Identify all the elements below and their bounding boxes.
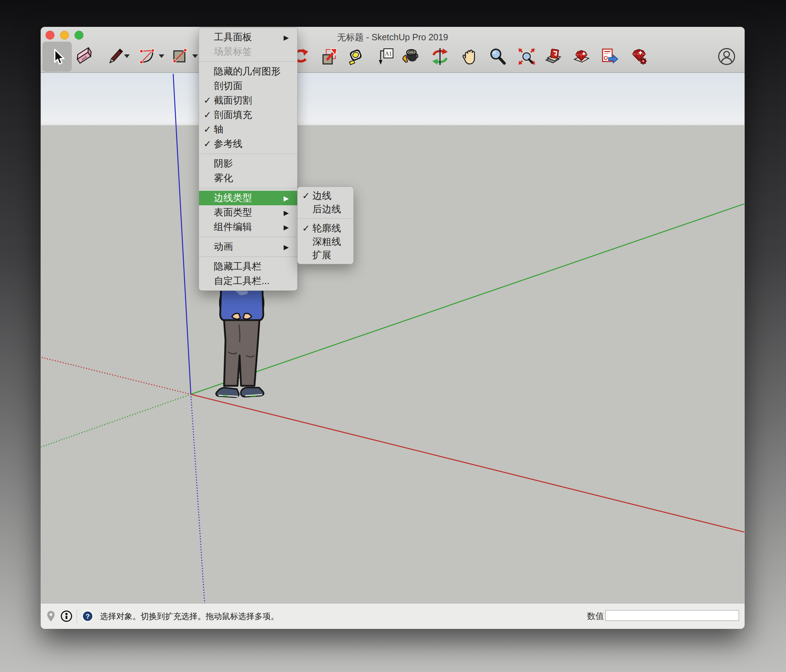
red-axis — [191, 394, 744, 532]
checkmark-icon: ✓ — [202, 108, 213, 122]
view-menu: 工具面板 ▶ 场景标签 隐藏的几何图形 剖切面 ✓ 截面切割 ✓ 剖面填充 ✓ … — [199, 28, 297, 291]
rectangle-tool-dropdown[interactable] — [192, 54, 198, 58]
checkmark-icon: ✓ — [202, 122, 213, 137]
menu-item-label: 边线 — [313, 189, 332, 203]
model-info-icon[interactable] — [60, 610, 72, 622]
push-pull-tool[interactable] — [319, 47, 338, 66]
extension-manager-tool[interactable] — [630, 47, 648, 66]
submenu-item-profiles[interactable]: ✓ 轮廓线 — [297, 221, 354, 235]
send-to-layout-icon — [600, 47, 618, 66]
menu-item-component-edit[interactable]: 组件编辑 ▶ — [199, 220, 297, 234]
pan-tool[interactable] — [460, 47, 478, 66]
paint-bucket-tool[interactable] — [401, 47, 419, 66]
menu-item-label: 场景标签 — [214, 44, 252, 59]
menu-item-section-fill[interactable]: ✓ 剖面填充 — [199, 108, 297, 122]
arc-tool[interactable] — [138, 47, 157, 66]
tape-measure-icon — [346, 47, 365, 66]
model-viewport[interactable] — [41, 73, 744, 603]
menu-separator — [199, 234, 297, 240]
components-box-icon — [572, 47, 591, 66]
menu-item-label: 扩展 — [313, 248, 332, 262]
checkmark-icon: ✓ — [301, 221, 311, 235]
help-icon[interactable]: ? — [81, 610, 94, 623]
extension-manager-icon — [630, 47, 648, 66]
edge-style-submenu: ✓ 边线 后边线 ✓ 轮廓线 深粗线 扩展 — [297, 187, 354, 264]
menu-item-face-style[interactable]: 表面类型 ▶ — [199, 205, 297, 220]
tape-measure-tool[interactable] — [346, 47, 365, 66]
eraser-icon: pink — [75, 47, 93, 66]
submenu-item-depth-cue[interactable]: 深粗线 — [297, 235, 354, 248]
zoom-tool[interactable] — [489, 47, 507, 66]
gear-icon — [640, 58, 647, 64]
menu-item-axes[interactable]: ✓ 轴 — [199, 122, 297, 137]
measurement-input[interactable] — [605, 610, 739, 621]
submenu-arrow-icon: ▶ — [283, 240, 289, 254]
line-tool-dropdown[interactable] — [124, 54, 130, 58]
submenu-arrow-icon: ▶ — [283, 30, 289, 45]
menu-item-edge-style[interactable]: 边线类型 ▶ — [199, 191, 297, 205]
status-message: 选择对象。切换到扩充选择。拖动鼠标选择多项。 — [100, 603, 279, 629]
pencil-icon — [106, 47, 125, 66]
menu-item-label: 深粗线 — [313, 235, 341, 248]
arc-tool-dropdown[interactable] — [159, 54, 164, 58]
svg-text:A1: A1 — [385, 50, 392, 57]
menu-item-scene-tabs: 场景标签 — [199, 44, 297, 59]
orbit-tool[interactable] — [431, 47, 449, 66]
menu-item-label: 隐藏的几何图形 — [214, 64, 281, 79]
push-pull-icon — [319, 47, 338, 66]
menu-item-guides[interactable]: ✓ 参考线 — [199, 137, 297, 151]
menu-item-hidden-geometry[interactable]: 隐藏的几何图形 — [199, 64, 297, 79]
submenu-arrow-icon: ▶ — [283, 191, 289, 206]
menu-item-label: 表面类型 — [214, 205, 252, 220]
components-tool[interactable] — [572, 47, 591, 66]
text-icon: A1 — [376, 47, 395, 66]
menu-item-section-planes[interactable]: 剖切面 — [199, 79, 297, 93]
menu-item-section-cuts[interactable]: ✓ 截面切割 — [199, 93, 297, 108]
styles-tool[interactable] — [544, 47, 563, 66]
sign-in-button[interactable] — [717, 47, 736, 66]
geolocation-icon[interactable] — [46, 610, 56, 622]
zoom-extents-tool[interactable] — [517, 47, 536, 66]
submenu-item-edges[interactable]: ✓ 边线 — [297, 189, 354, 203]
menu-item-hide-toolbar[interactable]: 隐藏工具栏 — [199, 259, 297, 274]
menu-item-label: 剖面填充 — [214, 108, 252, 122]
menu-item-label: 阴影 — [214, 157, 233, 171]
rectangle-tool[interactable] — [171, 47, 189, 66]
submenu-item-extension[interactable]: 扩展 — [297, 248, 354, 262]
menu-item-label: 边线类型 — [214, 191, 252, 205]
red-axis-dotted — [41, 357, 191, 394]
menu-item-animation[interactable]: 动画 ▶ — [199, 240, 297, 254]
submenu-item-back-edges[interactable]: 后边线 — [297, 203, 354, 216]
menu-item-label: 轮廓线 — [313, 221, 341, 235]
menu-separator — [199, 254, 297, 259]
svg-text:?: ? — [85, 612, 90, 620]
paint-bucket-icon — [401, 47, 419, 66]
drawing-axes — [41, 74, 744, 603]
menu-item-customize-toolbar[interactable]: 自定工具栏... — [199, 274, 297, 288]
line-tool[interactable] — [106, 47, 125, 66]
account-icon — [717, 47, 736, 66]
menu-item-label: 工具面板 — [214, 30, 252, 44]
menu-separator — [199, 151, 297, 157]
window-title: 无标题 - SketchUp Pro 2019 — [41, 31, 745, 43]
scene-canvas — [41, 73, 744, 603]
eraser-tool[interactable]: pink — [75, 47, 93, 66]
status-divider — [77, 609, 77, 623]
send-to-layout-tool[interactable] — [600, 47, 618, 66]
magnifier-icon — [489, 47, 507, 66]
arc-icon — [138, 47, 157, 66]
menu-separator — [297, 216, 354, 221]
submenu-arrow-icon: ▶ — [283, 220, 289, 235]
select-arrow-icon — [48, 48, 66, 66]
green-axis-dotted — [41, 394, 191, 447]
menu-item-label: 截面切割 — [214, 93, 252, 108]
menu-item-fog[interactable]: 雾化 — [199, 171, 297, 185]
select-tool[interactable] — [42, 42, 72, 72]
menu-item-label: 自定工具栏... — [214, 274, 270, 288]
text-tool[interactable]: A1 — [376, 47, 395, 66]
menu-item-tool-palettes[interactable]: 工具面板 ▶ — [199, 30, 297, 44]
rectangle-icon — [171, 47, 189, 66]
menu-item-shadows[interactable]: 阴影 — [199, 157, 297, 171]
menu-item-label: 雾化 — [214, 171, 233, 185]
blue-axis-dotted — [191, 394, 204, 603]
